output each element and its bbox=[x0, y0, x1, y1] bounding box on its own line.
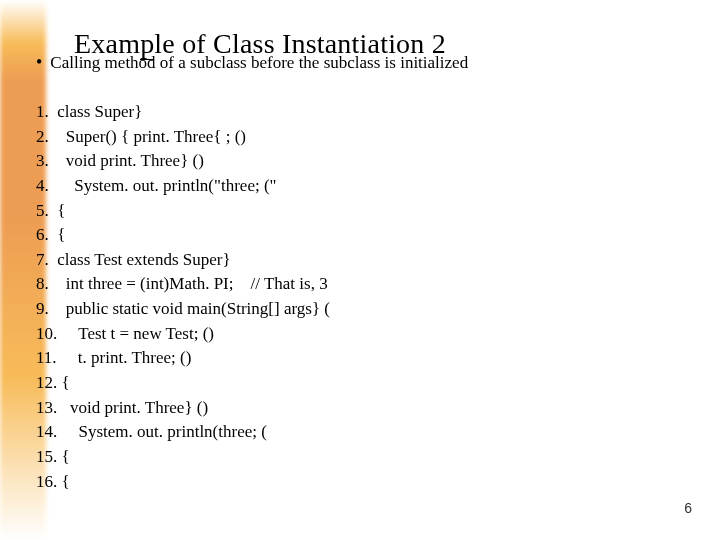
code-line: 10. Test t = new Test; () bbox=[36, 322, 330, 347]
code-line: 6. { bbox=[36, 223, 330, 248]
code-line: 11. t. print. Three; () bbox=[36, 346, 330, 371]
bullet-dot-icon: • bbox=[36, 52, 42, 73]
code-line: 2. Super() { print. Three{ ; () bbox=[36, 125, 330, 150]
bullet-row: • Calling method of a subclass before th… bbox=[36, 52, 468, 73]
code-line: 8. int three = (int)Math. PI; // That is… bbox=[36, 272, 330, 297]
slide: Example of Class Instantiation 2 • Calli… bbox=[0, 0, 720, 540]
code-line: 5. { bbox=[36, 199, 330, 224]
code-line: 1. class Super} bbox=[36, 100, 330, 125]
bullet-text: Calling method of a subclass before the … bbox=[50, 53, 468, 73]
code-line: 9. public static void main(String[] args… bbox=[36, 297, 330, 322]
code-line: 4. System. out. println("three; (" bbox=[36, 174, 330, 199]
code-line: 13. void print. Three} () bbox=[36, 396, 330, 421]
code-line: 3. void print. Three} () bbox=[36, 149, 330, 174]
page-number: 6 bbox=[684, 500, 692, 516]
code-block: 1. class Super}2. Super() { print. Three… bbox=[36, 100, 330, 494]
code-line: 15. { bbox=[36, 445, 330, 470]
code-line: 16. { bbox=[36, 470, 330, 495]
code-line: 7. class Test extends Super} bbox=[36, 248, 330, 273]
code-line: 12. { bbox=[36, 371, 330, 396]
code-line: 14. System. out. println(three; ( bbox=[36, 420, 330, 445]
